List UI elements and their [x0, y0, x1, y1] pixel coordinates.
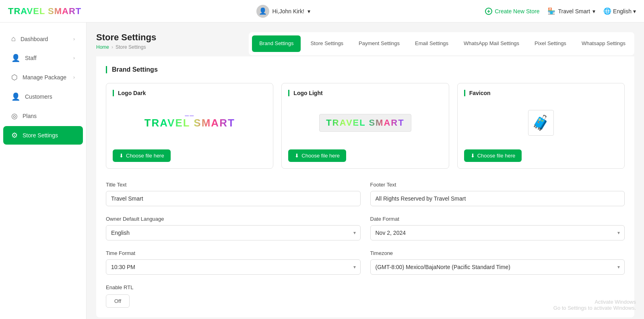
title-text-input[interactable]: [106, 191, 361, 206]
tabs-wrapper: Brand Settings Store Settings Payment Se…: [249, 32, 634, 55]
time-format-group: Time Format 10:30 PM ▾: [106, 250, 361, 275]
logo-dark-text: TRAVEL SMART: [144, 117, 235, 129]
globe-icon: 🌐: [603, 7, 611, 15]
page-top-row: Store Settings Home › Store Settings Bra…: [96, 32, 634, 56]
sidebar-item-label: Dashboard: [21, 36, 48, 42]
staff-icon: 👤: [11, 54, 20, 62]
logo-light-card: Logo Light TRAVEL SMART ⬇ Choose file he…: [281, 83, 449, 169]
settings-icon: ⚙: [11, 131, 18, 140]
chevron-down-icon: ▾: [592, 8, 595, 14]
timezone-label: Timezone: [370, 250, 625, 256]
sidebar-item-customers[interactable]: 👤 Customers: [3, 87, 83, 106]
tab-payment-settings[interactable]: Payment Settings: [351, 35, 407, 52]
tab-store-settings[interactable]: Store Settings: [303, 35, 351, 52]
owner-language-group: Owner Default Language English ▾: [106, 216, 361, 240]
enable-rtl-label: Enable RTL: [106, 284, 625, 290]
owner-language-select[interactable]: English: [106, 225, 361, 240]
topnav-user-name: Hi,John Kirk!: [272, 8, 304, 14]
rtl-toggle-button[interactable]: Off: [106, 294, 130, 308]
main-content: Store Settings Home › Store Settings Bra…: [87, 23, 644, 319]
layout: ⌂ Dashboard › 👤 Staff › ⬡ Manage Package…: [0, 23, 644, 319]
favicon-title: Favicon: [464, 90, 618, 96]
choose-file-label: Choose file here: [126, 153, 164, 159]
tab-brand-settings[interactable]: Brand Settings: [252, 35, 301, 52]
tab-whatsapp-settings[interactable]: Whatsapp Settings: [574, 35, 633, 52]
breadcrumb-home-link[interactable]: Home: [96, 44, 109, 50]
time-format-label: Time Format: [106, 250, 361, 256]
logo-dark-title: Logo Dark: [113, 90, 266, 96]
logo-light-choose-file-button[interactable]: ⬇ Choose file here: [288, 149, 346, 162]
tab-email-settings[interactable]: Email Settings: [408, 35, 456, 52]
store-icon: 🏪: [547, 7, 555, 15]
sidebar-item-label: Plans: [23, 113, 37, 119]
date-format-select[interactable]: Nov 2, 2024: [370, 225, 625, 240]
topnav-right: + Create New Store 🏪 Travel Smart ▾ 🌐 En…: [485, 7, 636, 15]
favicon-preview: 🧳: [528, 110, 554, 136]
choose-file-label: Choose file here: [301, 153, 340, 159]
timezone-select[interactable]: (GMT-8:00) Mexico/BajaNorte (Pacific Sta…: [370, 259, 625, 275]
breadcrumb-separator: ›: [111, 44, 113, 50]
breadcrumb-current: Store Settings: [116, 44, 146, 50]
sidebar-item-store-settings[interactable]: ⚙ Store Settings: [3, 126, 83, 145]
logo-dark-choose-file-button[interactable]: ⬇ Choose file here: [113, 149, 171, 162]
date-format-label: Date Format: [370, 216, 625, 222]
topnav-user[interactable]: 👤 Hi,John Kirk! ▾: [256, 5, 310, 18]
create-new-store-button[interactable]: + Create New Store: [485, 8, 539, 15]
plans-icon: ◎: [11, 112, 18, 120]
sidebar-item-label: Customers: [25, 93, 52, 100]
sidebar-item-label: Manage Package: [23, 74, 66, 81]
chevron-right-icon: ›: [73, 75, 75, 80]
choose-file-label: Choose file here: [477, 153, 516, 159]
sidebar-item-manage-package[interactable]: ⬡ Manage Package ›: [3, 68, 83, 87]
logo-cards: Logo Dark TRAVEL SMART ⬇ Choose file her…: [106, 83, 625, 169]
sidebar-item-label: Staff: [25, 55, 37, 61]
time-format-select-wrapper: 10:30 PM ▾: [106, 259, 361, 275]
timezone-select-wrapper: (GMT-8:00) Mexico/BajaNorte (Pacific Sta…: [370, 259, 625, 275]
chevron-right-icon: ›: [73, 36, 75, 42]
upload-icon: ⬇: [119, 153, 124, 159]
upload-icon: ⬇: [471, 153, 475, 159]
time-format-select[interactable]: 10:30 PM: [106, 259, 361, 275]
topnav-logo: TRAVEL SMART: [8, 6, 81, 17]
logo-dark-card: Logo Dark TRAVEL SMART ⬇ Choose file her…: [106, 83, 273, 169]
logo-dark-image-area: TRAVEL SMART: [113, 103, 266, 143]
sidebar-item-dashboard[interactable]: ⌂ Dashboard ›: [3, 30, 83, 48]
title-text-group: Title Text: [106, 182, 361, 206]
time-timezone-row: Time Format 10:30 PM ▾ Timezone (GMT-8:0…: [106, 250, 625, 275]
logo-light-title: Logo Light: [288, 90, 442, 96]
topnav-language-label: English: [613, 8, 632, 14]
language-date-row: Owner Default Language English ▾ Date Fo…: [106, 216, 625, 240]
topnav-store-selector[interactable]: 🏪 Travel Smart ▾: [547, 7, 595, 15]
upload-icon: ⬇: [295, 153, 299, 159]
logo-light-preview: TRAVEL SMART: [319, 114, 411, 132]
chevron-down-icon: ▾: [633, 8, 636, 14]
sidebar-item-label: Store Settings: [23, 132, 58, 139]
date-format-select-wrapper: Nov 2, 2024 ▾: [370, 225, 625, 240]
favicon-card: Favicon 🧳 ⬇ Choose file here: [457, 83, 625, 169]
logo-light-text: TRAVEL SMART: [326, 118, 404, 128]
favicon-choose-file-button[interactable]: ⬇ Choose file here: [464, 149, 522, 162]
tab-pixel-settings[interactable]: Pixel Settings: [527, 35, 574, 52]
title-footer-row: Title Text Footer Text: [106, 182, 625, 206]
sidebar-item-plans[interactable]: ◎ Plans: [3, 107, 83, 125]
footer-text-input[interactable]: [370, 191, 625, 206]
chevron-right-icon: ›: [73, 55, 75, 61]
breadcrumb: Home › Store Settings: [96, 44, 156, 50]
topnav-language-selector[interactable]: 🌐 English ▾: [603, 7, 636, 15]
brand-settings-title: Brand Settings: [106, 66, 625, 73]
owner-language-select-wrapper: English ▾: [106, 225, 361, 240]
dashboard-icon: ⌂: [11, 35, 16, 43]
timezone-group: Timezone (GMT-8:00) Mexico/BajaNorte (Pa…: [370, 250, 625, 275]
topnav: TRAVEL SMART 👤 Hi,John Kirk! ▾ + Create …: [0, 0, 644, 23]
sidebar-item-staff[interactable]: 👤 Staff ›: [3, 49, 83, 67]
content-area: Brand Settings Logo Dark TRAVEL SMART ⬇ …: [96, 56, 634, 317]
page-header: Store Settings Home › Store Settings: [96, 32, 156, 50]
logo-dark-preview: TRAVEL SMART: [144, 117, 235, 129]
tab-whatsapp-mail-settings[interactable]: WhatsApp Mail Settings: [456, 35, 526, 52]
page-title: Store Settings: [96, 32, 156, 43]
footer-text-group: Footer Text: [370, 182, 625, 206]
footer-text-label: Footer Text: [370, 182, 625, 188]
date-format-group: Date Format Nov 2, 2024 ▾: [370, 216, 625, 240]
owner-language-label: Owner Default Language: [106, 216, 361, 222]
rtl-section: Enable RTL Off: [106, 284, 625, 308]
